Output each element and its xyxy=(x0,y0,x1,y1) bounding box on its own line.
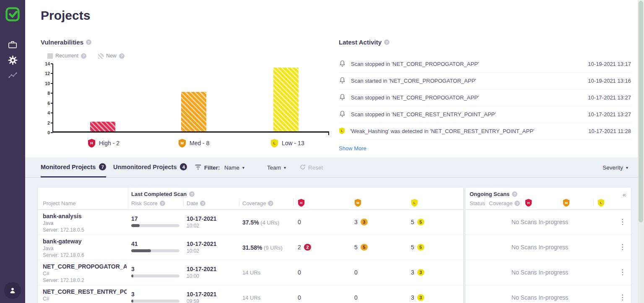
ongoing-header: Ongoing Scans ? « Status Coverage ? H M … xyxy=(465,188,631,210)
settings-gear-icon[interactable] xyxy=(0,55,25,65)
scan-time: 10:00 xyxy=(187,273,217,279)
risk-score-value: 41 xyxy=(131,240,180,247)
med-count-cell: 33 xyxy=(354,219,368,225)
col-med-severity: M xyxy=(354,199,361,209)
tab-unmonitored-projects[interactable]: Unmonitored Projects 4 xyxy=(113,157,187,178)
kebab-menu-icon[interactable]: ⋮ xyxy=(619,293,626,302)
med-count-cell: 0 xyxy=(354,294,358,301)
projects-briefcase-icon[interactable] xyxy=(0,40,25,49)
y-axis-tick-label: 2 xyxy=(41,120,50,125)
table-row[interactable]: bank-gateway Java Server: 172.18.0.641 1… xyxy=(38,235,463,260)
svg-text:M: M xyxy=(356,201,359,205)
help-icon[interactable]: ? xyxy=(268,201,273,206)
severity-high-shield-icon: H xyxy=(298,199,305,207)
no-scans-text: No Scans In-progress xyxy=(465,219,614,225)
help-icon[interactable]: ? xyxy=(200,201,205,206)
low-new-badge: 5 xyxy=(417,244,424,251)
show-more-link[interactable]: Show More xyxy=(339,145,366,152)
activity-list: Scan stopped in 'NET_CORE_PROPOGATOR_APP… xyxy=(339,56,631,140)
ongoing-scan-row: No Scans In-progress⋮ xyxy=(465,235,631,260)
risk-score-bar xyxy=(131,249,179,252)
severity-dropdown[interactable]: Severity ▾ xyxy=(602,157,628,178)
col-coverage: Coverage ? xyxy=(242,200,273,206)
table-header: Project Name Last Completed Scan ? Risk … xyxy=(38,188,463,210)
help-icon[interactable]: ? xyxy=(119,53,125,59)
user-profile-icon[interactable] xyxy=(4,282,21,299)
kebab-menu-icon[interactable]: ⋮ xyxy=(619,243,626,252)
help-icon[interactable]: ? xyxy=(160,201,165,206)
y-axis-tick-label: 0 xyxy=(41,130,50,135)
kebab-menu-icon[interactable]: ⋮ xyxy=(619,268,626,277)
high-count-cell: 22 xyxy=(298,244,311,251)
projects-tabbar: Monitored Projects 7 Unmonitored Project… xyxy=(25,157,644,178)
risk-score-value: 17 xyxy=(131,215,180,222)
risk-score-bar xyxy=(131,300,179,303)
help-icon[interactable]: ? xyxy=(81,53,86,59)
low-count-cell: 33 xyxy=(411,294,424,301)
low-count: 3 xyxy=(411,294,414,301)
vulnerabilities-title: Vulnerabilities xyxy=(41,39,83,46)
tab-monitored-projects[interactable]: Monitored Projects 7 xyxy=(41,157,106,178)
chart-legend: Recurrent?New? xyxy=(47,53,125,59)
scan-date-cell: 10-17-2021 10:02 xyxy=(187,240,217,254)
page-scrollbar xyxy=(638,0,644,303)
scan-date: 10-17-2021 xyxy=(187,266,217,272)
bell-icon xyxy=(339,76,346,85)
y-axis-tick-label: 14 xyxy=(41,61,50,66)
high-count: 0 xyxy=(298,269,301,276)
table-row[interactable]: bank-analysis Java Server: 172.18.0.517 … xyxy=(38,210,463,235)
help-icon[interactable]: ? xyxy=(512,191,517,197)
reset-icon xyxy=(300,164,306,171)
activity-timestamp: 10-19-2021 13:16 xyxy=(588,78,631,84)
severity-med-shield-icon: M xyxy=(354,199,361,207)
filter-label-group: Filter: xyxy=(195,157,220,178)
kebab-menu-icon[interactable]: ⋮ xyxy=(619,217,626,227)
app-logo-icon[interactable] xyxy=(5,7,20,22)
y-axis-tick-mark xyxy=(51,103,53,104)
legend-item-new[interactable]: New? xyxy=(98,53,125,59)
bell-icon xyxy=(339,93,346,101)
collapse-panel-icon[interactable]: « xyxy=(623,191,626,198)
help-icon[interactable]: ? xyxy=(514,201,520,206)
svg-text:L: L xyxy=(600,201,602,205)
y-axis-tick-mark xyxy=(51,63,53,64)
sidebar xyxy=(0,0,25,303)
filter-team-dropdown[interactable]: Team ▾ xyxy=(267,157,286,178)
scan-date: 10-17-2021 xyxy=(187,215,217,222)
analytics-chart-icon[interactable] xyxy=(0,71,25,79)
y-axis-tick-label: 4 xyxy=(41,110,50,115)
project-language: Java xyxy=(43,246,127,251)
legend-item-recurrent[interactable]: Recurrent? xyxy=(47,53,86,59)
y-axis-tick-label: 8 xyxy=(41,91,50,96)
col-low-severity: L xyxy=(597,199,605,209)
dropdown-label: Severity xyxy=(602,165,623,171)
risk-score-value: 3 xyxy=(131,266,180,272)
y-axis-tick-mark xyxy=(51,83,53,84)
filter-name-dropdown[interactable]: Name ▾ xyxy=(224,157,244,178)
bell-icon xyxy=(339,76,346,84)
table-body: bank-analysis Java Server: 172.18.0.517 … xyxy=(38,210,463,303)
scrollbar-thumb[interactable] xyxy=(639,1,643,222)
med-count: 5 xyxy=(354,244,358,251)
high-count: 2 xyxy=(298,244,301,251)
y-axis-tick-label: 12 xyxy=(41,71,50,76)
help-icon[interactable]: ? xyxy=(384,39,390,45)
help-icon[interactable]: ? xyxy=(86,39,91,45)
y-axis-tick-label: 10 xyxy=(41,81,50,86)
help-icon[interactable]: ? xyxy=(189,191,195,197)
y-axis-tick-mark xyxy=(51,112,53,113)
x-axis-end-tick xyxy=(328,133,329,135)
med-new-badge: 5 xyxy=(361,244,368,251)
activity-text: Scan started in 'NET_CORE_PROPOGATOR_APP… xyxy=(351,78,476,84)
activity-row: Scan started in 'NET_CORE_PROPOGATOR_APP… xyxy=(339,73,631,89)
table-row[interactable]: NET_CORE_REST_ENTRY_POI... C# Server: 17… xyxy=(38,285,463,303)
severity-low-shield-icon: L xyxy=(270,138,278,148)
low-count: 3 xyxy=(411,269,414,276)
ongoing-scan-row: No Scans In-progress⋮ xyxy=(465,210,631,235)
legend-swatch-striped xyxy=(98,53,104,59)
reset-filters-button[interactable]: Reset xyxy=(300,157,323,178)
table-row[interactable]: NET_CORE_PROPOGATOR_APP C# Server: 172.1… xyxy=(38,260,463,285)
chevron-down-icon: ▾ xyxy=(626,165,628,170)
col-high-severity: H xyxy=(298,199,305,209)
column-divider xyxy=(128,188,128,209)
